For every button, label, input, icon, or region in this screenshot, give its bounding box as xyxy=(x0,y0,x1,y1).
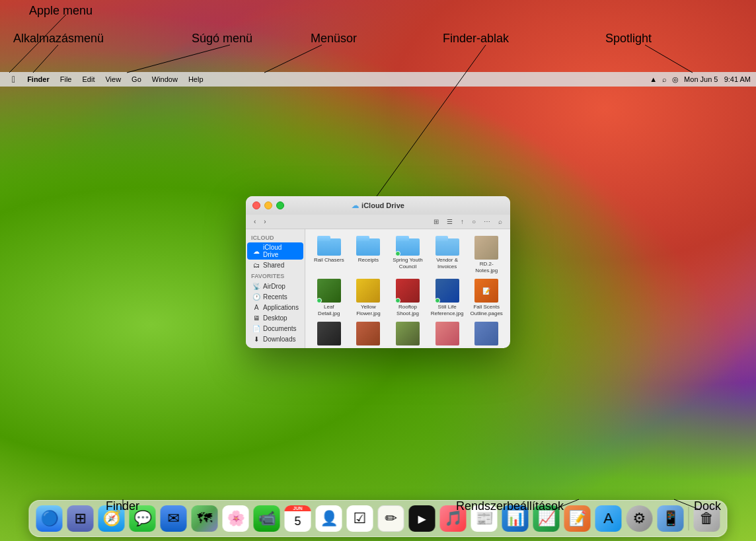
menu-edit[interactable]: Edit xyxy=(77,72,100,87)
locations-section-label: Locations xyxy=(246,344,305,348)
dock-reminders[interactable]: ☑ xyxy=(346,504,375,533)
dock-launchpad[interactable]: ⊞ xyxy=(66,504,95,533)
file-rooftop-shoot[interactable]: Rooftop Shoot.jpg xyxy=(389,277,426,318)
menu-go[interactable]: Go xyxy=(126,72,147,87)
wifi-icon: ▲ xyxy=(650,75,657,83)
file-skater[interactable]: Skater.jpeg xyxy=(468,320,505,348)
datetime-display: Mon Jun 5 9:41 AM xyxy=(684,75,751,83)
file-name: Fall Scents Outline.pages xyxy=(470,304,503,316)
file-vendor-invoices[interactable]: Vendor & Invoices xyxy=(429,234,466,275)
dock-contacts[interactable]: 👤 xyxy=(315,504,344,533)
folder-icon xyxy=(435,236,459,256)
view-list[interactable]: ☰ xyxy=(444,218,455,225)
dock-facetime[interactable]: 📹 xyxy=(252,504,282,533)
menu-finder[interactable]: Finder xyxy=(22,72,55,87)
file-pink[interactable]: Pink.jpeg xyxy=(429,320,466,348)
menu-window[interactable]: Window xyxy=(147,72,183,87)
share-button[interactable]: ↑ xyxy=(458,218,467,225)
menu-file[interactable]: File xyxy=(55,72,77,87)
file-name: Still Life Reference.jpg xyxy=(431,304,464,316)
dock-appletv[interactable]: ▶ xyxy=(408,504,437,533)
back-button[interactable]: ‹ xyxy=(251,218,258,225)
dock-iphone-mirroring[interactable]: 📱 xyxy=(656,504,685,533)
dock-mail[interactable]: ✉ xyxy=(159,504,188,533)
file-lone-pine[interactable]: Lone Pine.jpeg xyxy=(389,320,426,348)
sidebar-documents[interactable]: 📄 Documents xyxy=(247,323,303,334)
sidebar-desktop[interactable]: 🖥 Desktop xyxy=(247,312,303,323)
spotlight-icon: ⌕ xyxy=(662,75,667,83)
documents-icon: 📄 xyxy=(252,324,260,332)
file-name: Rooftop Shoot.jpg xyxy=(391,304,424,316)
image-thumb xyxy=(435,322,459,345)
dock-finder[interactable]: 🔵 xyxy=(35,504,64,533)
icloud-section-label: iCloud xyxy=(246,232,305,242)
menu-view[interactable]: View xyxy=(100,72,126,87)
sidebar-downloads[interactable]: ⬇ Downloads xyxy=(247,334,303,344)
apple-menu-item[interactable]:  xyxy=(5,72,22,87)
wifi-status[interactable]: ▲ xyxy=(650,75,657,83)
sidebar-icloud-drive[interactable]: ☁ iCloud Drive xyxy=(247,242,303,260)
sidebar-shared[interactable]: 🗂 Shared xyxy=(247,260,303,270)
finder-sidebar: iCloud ☁ iCloud Drive 🗂 Shared Favorites… xyxy=(246,229,305,348)
file-fall-scents[interactable]: 📝 Fall Scents Outline.pages xyxy=(468,277,505,318)
window-minimize-button[interactable] xyxy=(264,201,272,209)
sidebar-recents[interactable]: 🕐 Recents xyxy=(247,291,303,302)
file-name: Pink.jpeg xyxy=(436,347,458,348)
freeform-icon: ✏ xyxy=(378,505,404,532)
window-maximize-button[interactable] xyxy=(276,201,284,209)
finder-body: iCloud ☁ iCloud Drive 🗂 Shared Favorites… xyxy=(246,229,510,348)
spotlight-button[interactable]: ⌕ xyxy=(662,75,667,83)
sidebar-applications[interactable]: A Applications xyxy=(247,302,303,312)
file-name: Lone Pine.jpeg xyxy=(391,347,424,348)
downloads-label: Downloads xyxy=(263,336,295,343)
file-rd-notes[interactable]: RD.2-Notes.jpg xyxy=(468,234,505,275)
folder-icon xyxy=(317,236,341,256)
more-button[interactable]: ⋯ xyxy=(481,218,493,225)
dock-freeform[interactable]: ✏ xyxy=(377,504,406,533)
status-dot xyxy=(317,298,322,303)
file-mexico-city[interactable]: Mexico City.jpeg xyxy=(350,320,387,348)
dock-systemprefs[interactable]: ⚙ xyxy=(625,504,654,533)
dock-photos[interactable]: 🌸 xyxy=(221,504,250,533)
finder-title: ☁ iCloud Drive xyxy=(352,201,404,210)
image-thumb xyxy=(396,322,420,345)
dock-maps[interactable]: 🗺 xyxy=(190,504,219,533)
file-name: RD.2-Notes.jpg xyxy=(470,261,503,273)
image-thumb xyxy=(356,279,380,303)
appletv-icon: ▶ xyxy=(409,505,435,532)
image-thumb xyxy=(474,236,498,260)
file-rail-chasers[interactable]: Rail Chasers xyxy=(311,234,348,275)
menubar:  Finder File Edit View Go Window Help ▲… xyxy=(0,72,756,87)
file-yellow-flower[interactable]: Yellow Flower.jpg xyxy=(350,277,387,318)
desktop-label: Desktop xyxy=(263,314,287,322)
image-thumb xyxy=(317,322,341,345)
finder-toolbar: ‹ › ⊞ ☰ ↑ ○ ⋯ ⌕ xyxy=(246,215,510,229)
file-spring-youth[interactable]: Spring Youth Council xyxy=(389,234,426,275)
dock-calendar[interactable]: JUN 5 xyxy=(284,504,313,533)
file-name: Leaf Detail.jpg xyxy=(313,304,346,316)
systemprefs-icon: ⚙ xyxy=(626,505,653,532)
dock-pages[interactable]: 📝 xyxy=(563,504,592,533)
pages-icon: 📝 xyxy=(564,505,591,532)
recents-icon: 🕐 xyxy=(252,293,260,301)
file-leaf-detail[interactable]: Leaf Detail.jpg xyxy=(311,277,348,318)
file-receipts[interactable]: Receipts xyxy=(350,234,387,275)
view-toggle[interactable]: ⊞ xyxy=(431,218,441,225)
desktop-icon: 🖥 xyxy=(252,314,260,322)
sidebar-airdrop[interactable]: 📡 AirDrop xyxy=(247,281,303,291)
iphone-mirroring-icon: 📱 xyxy=(658,505,684,532)
window-close-button[interactable] xyxy=(252,201,260,209)
file-name: Title Cover.jpg xyxy=(313,347,346,348)
tag-button[interactable]: ○ xyxy=(469,218,478,225)
mail-icon: ✉ xyxy=(161,505,187,532)
forward-button[interactable]: › xyxy=(261,218,268,225)
file-title-cover[interactable]: Title Cover.jpg xyxy=(311,320,348,348)
menu-help[interactable]: Help xyxy=(183,72,209,87)
siri-button[interactable]: ◎ xyxy=(672,75,679,84)
launchpad-icon: ⊞ xyxy=(67,505,94,532)
dock-appstore[interactable]: A xyxy=(594,504,623,533)
search-button[interactable]: ⌕ xyxy=(496,218,505,225)
calendar-icon: JUN 5 xyxy=(285,505,311,532)
file-still-life[interactable]: Still Life Reference.jpg xyxy=(429,277,466,318)
calendar-day: 5 xyxy=(285,511,311,532)
